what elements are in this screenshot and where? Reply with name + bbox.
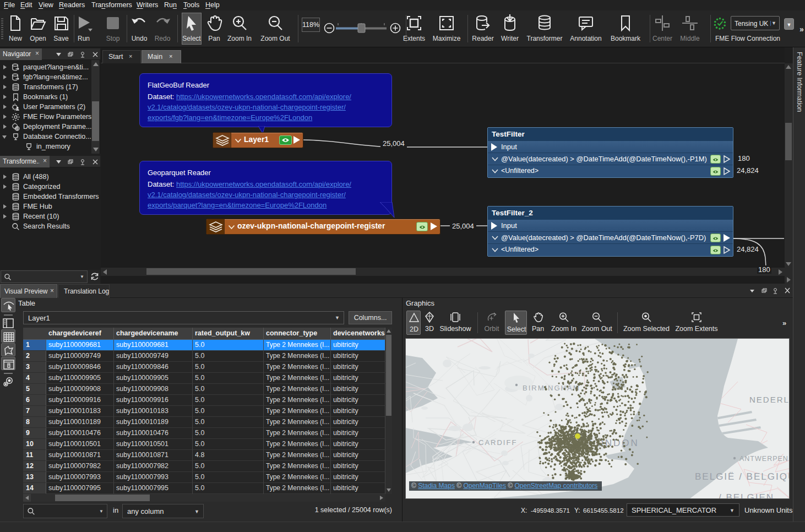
svg-text:NEDERL: NEDERL [749, 395, 789, 404]
svg-text:CARDIFF: CARDIFF [478, 438, 517, 447]
svg-text:BIRMINGHAM: BIRMINGHAM [523, 384, 580, 392]
svg-text:BELGIË / BELGIQU: BELGIË / BELGIQU [695, 471, 789, 482]
svg-text:/ BELGIEN: / BELGIEN [719, 492, 774, 498]
svg-text:ANTWERPEN: ANTWERPEN [739, 455, 788, 463]
